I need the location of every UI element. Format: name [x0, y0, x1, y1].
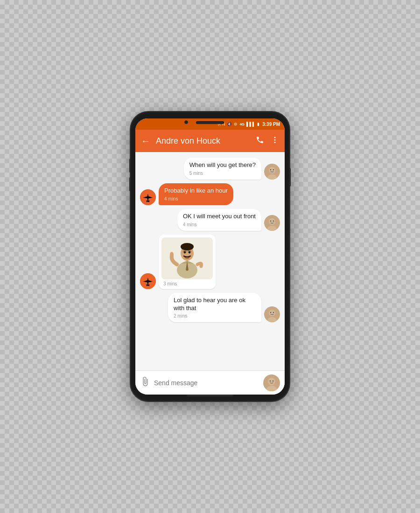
input-bar [135, 370, 285, 395]
power-button[interactable] [289, 168, 291, 187]
signal-icon: ▌▌▌ [246, 122, 255, 126]
avatar-sender [140, 273, 156, 289]
svg-point-7 [273, 169, 274, 170]
svg-point-1 [274, 139, 276, 140]
svg-rect-23 [188, 250, 191, 253]
message-text: When will you get there? [189, 161, 256, 169]
status-icons: ⎘ N 🔇 ⊜ 4G ▌▌▌ ▮ [218, 122, 259, 126]
mute-icon: 🔇 [227, 122, 232, 126]
phone-call-button[interactable] [256, 136, 264, 146]
avatar-sender [140, 189, 156, 205]
message-row: When will you get there? 5 mins [140, 158, 280, 180]
message-input[interactable] [154, 379, 259, 387]
volume-up-button[interactable] [129, 159, 131, 173]
message-row: 3 mins [140, 235, 280, 289]
attach-button[interactable] [140, 376, 150, 389]
network-type-label: 4G [239, 122, 245, 126]
svg-point-13 [273, 220, 274, 221]
avatar [264, 215, 280, 231]
send-avatar[interactable] [263, 374, 280, 391]
svg-point-2 [274, 141, 276, 143]
app-bar-actions [256, 136, 279, 146]
chat-area: When will you get there? 5 mins [135, 152, 285, 370]
svg-point-0 [274, 137, 276, 138]
front-camera [184, 120, 188, 124]
avatar [264, 306, 280, 322]
message-text: OK I will meet you out front [183, 213, 256, 221]
more-options-button[interactable] [271, 136, 279, 146]
message-text: Lol glad to hear you are ok with that [174, 297, 256, 312]
volume-down-button[interactable] [129, 177, 131, 191]
svg-point-30 [268, 378, 275, 385]
wifi-icon: ⊜ [234, 122, 238, 126]
bluetooth-icon: ⎘ [218, 122, 220, 126]
sticker-bubble: 3 mins [159, 235, 216, 289]
svg-point-12 [270, 220, 271, 221]
received-bubble: Lol glad to hear you are ok with that 2 … [168, 293, 261, 323]
message-time: 5 mins [189, 171, 256, 176]
svg-point-28 [273, 312, 274, 313]
battery-icon: ▮ [257, 122, 259, 126]
nfc-icon: N [222, 122, 225, 126]
svg-point-6 [270, 169, 271, 170]
received-bubble: When will you get there? 5 mins [184, 158, 261, 180]
message-time: 3 mins [161, 281, 213, 286]
status-time: 3:39 PM [262, 122, 280, 127]
svg-point-4 [269, 167, 275, 173]
avatar [264, 164, 280, 180]
svg-point-33 [273, 380, 274, 381]
svg-point-27 [270, 312, 271, 313]
status-bar: ⎘ N 🔇 ⊜ 4G ▌▌▌ ▮ 3:39 PM [135, 118, 285, 130]
app-bar: ← Andre von Houck [135, 130, 285, 152]
svg-point-32 [270, 380, 271, 381]
contact-name: Andre von Houck [156, 136, 250, 146]
received-bubble: OK I will meet you out front 4 mins [177, 209, 261, 231]
message-time: 4 mins [183, 222, 256, 227]
svg-point-18 [181, 243, 194, 250]
svg-point-21 [170, 252, 174, 257]
svg-point-10 [269, 218, 275, 225]
message-row: Probably in like an hour 4 mins [140, 183, 280, 205]
phone-frame: ⎘ N 🔇 ⊜ 4G ▌▌▌ ▮ 3:39 PM ← Andre von Hou… [131, 112, 289, 401]
message-time: 4 mins [164, 196, 228, 201]
back-button[interactable]: ← [141, 136, 150, 146]
phone-screen: ⎘ N 🔇 ⊜ 4G ▌▌▌ ▮ 3:39 PM ← Andre von Hou… [135, 118, 285, 395]
svg-point-25 [269, 310, 275, 316]
message-time: 2 mins [174, 313, 256, 319]
sent-bubble: Probably in like an hour 4 mins [159, 183, 233, 205]
message-row: OK I will meet you out front 4 mins [140, 209, 280, 231]
sticker-image [161, 237, 213, 279]
message-text: Probably in like an hour [164, 187, 228, 195]
svg-rect-22 [183, 250, 187, 253]
message-row: Lol glad to hear you are ok with that 2 … [140, 293, 280, 323]
